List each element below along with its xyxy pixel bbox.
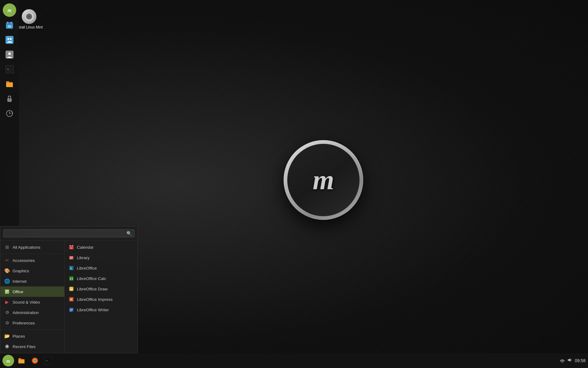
menu-item-libreoffice-draw[interactable]: LibreOffice Draw (65, 284, 138, 294)
svg-rect-25 (6, 290, 9, 291)
menu-item-graphics[interactable]: 🎨 Graphics (0, 266, 64, 276)
menu-item-calendar[interactable]: 31 Calendar (65, 242, 138, 252)
svg-rect-40 (70, 258, 73, 258)
menu-item-places[interactable]: 📂 Places (0, 331, 64, 341)
recent-files-icon (4, 343, 10, 350)
svg-rect-39 (70, 257, 73, 257)
search-icon: 🔍 (126, 231, 132, 236)
install-linux-mint-label: Install Linux Mint (15, 25, 43, 29)
menu-apps: 31 Calendar Library (65, 241, 138, 353)
menu-item-libreoffice-impress[interactable]: LibreOffice Impress (65, 294, 138, 305)
svg-rect-7 (6, 22, 13, 25)
accessories-icon: ✂ (4, 257, 10, 263)
menu-item-preferences[interactable]: ⚙ Preferences (0, 318, 64, 328)
menu-separator-2 (0, 329, 64, 330)
places-icon: 📂 (4, 333, 10, 339)
taskbar-bottom-right: 09:58 (560, 357, 586, 364)
svg-rect-45 (70, 278, 71, 279)
dvd-icon (22, 9, 36, 24)
svg-rect-11 (6, 36, 13, 44)
install-linux-mint-icon[interactable]: Install Linux Mint (17, 9, 41, 29)
svg-rect-41 (70, 259, 72, 259)
graphics-icon: 🎨 (4, 268, 10, 274)
search-bar: 🔍 (0, 226, 138, 241)
svg-point-63 (34, 360, 36, 362)
internet-icon: 🌐 (4, 278, 10, 284)
menu-item-internet[interactable]: 🌐 Internet (0, 276, 64, 286)
taskbar-lock[interactable] (3, 92, 16, 105)
files-taskbar-btn[interactable] (15, 355, 28, 366)
network-tray-icon[interactable] (560, 357, 565, 364)
desktop: Install Linux Mint m m 31 (0, 0, 588, 368)
search-wrapper[interactable]: 🔍 (3, 229, 134, 237)
svg-text:m: m (8, 8, 11, 13)
svg-rect-57 (70, 311, 72, 311)
start-button[interactable]: m (2, 355, 14, 366)
terminal-taskbar-btn[interactable]: >_ (42, 355, 55, 366)
svg-rect-8 (7, 22, 8, 23)
svg-text:>_: >_ (46, 359, 49, 362)
menu-item-sound-video[interactable]: ▶ Sound & Video (0, 297, 64, 307)
svg-text:31: 31 (8, 25, 11, 28)
system-tray (560, 357, 572, 364)
svg-point-13 (10, 38, 12, 40)
svg-point-15 (8, 52, 11, 55)
menu-item-libreoffice[interactable]: L LibreOffice (65, 263, 138, 273)
menu-categories: ⊞ All Applications ✂ Accessories 🎨 Graph… (0, 241, 65, 353)
draw-icon (68, 286, 74, 292)
svg-rect-9 (11, 22, 12, 23)
svg-rect-48 (72, 279, 73, 280)
administration-icon: ⚙ (4, 309, 10, 316)
calc-icon (68, 275, 74, 282)
svg-point-12 (7, 38, 9, 40)
menu-item-administration[interactable]: ⚙ Administration (0, 307, 64, 318)
svg-rect-56 (70, 310, 73, 310)
all-apps-icon: ⊞ (4, 244, 10, 250)
svg-rect-46 (72, 278, 73, 279)
taskbar-mint-menu[interactable]: m (3, 3, 16, 17)
impress-icon (68, 296, 74, 302)
taskbar-update[interactable] (3, 107, 16, 120)
svg-rect-27 (6, 293, 7, 293)
taskbar-contacts[interactable] (3, 48, 16, 61)
taskbar-team[interactable] (3, 33, 16, 46)
app-menu: 🔍 ⊞ All Applications ✂ Accessories 🎨 Gra… (0, 226, 138, 353)
svg-point-66 (562, 362, 563, 363)
firefox-taskbar-btn[interactable] (29, 355, 41, 366)
svg-rect-34 (69, 246, 74, 247)
library-app-icon (68, 255, 74, 261)
menu-item-all-applications[interactable]: ⊞ All Applications (0, 242, 64, 252)
svg-rect-60 (18, 360, 24, 363)
svg-rect-35 (70, 245, 70, 246)
taskbar-files[interactable] (3, 78, 16, 90)
office-icon (4, 289, 10, 295)
menu-item-library[interactable]: Library (65, 252, 138, 263)
svg-point-3 (29, 16, 30, 17)
search-input[interactable] (6, 231, 126, 236)
menu-body: ⊞ All Applications ✂ Accessories 🎨 Graph… (0, 241, 138, 353)
clock-display: 09:58 (575, 358, 586, 363)
svg-rect-55 (70, 309, 73, 309)
taskbar-bottom-left: m >_ (2, 355, 55, 366)
svg-rect-36 (72, 245, 73, 246)
taskbar-calendar[interactable]: 31 (3, 19, 16, 32)
calendar-app-icon: 31 (68, 244, 74, 250)
libreoffice-icon: L (68, 265, 74, 271)
taskbar-bottom: m >_ (0, 353, 588, 368)
svg-rect-26 (6, 291, 9, 292)
svg-text:31: 31 (70, 247, 72, 249)
menu-item-libreoffice-writer[interactable]: LibreOffice Writer (65, 305, 138, 315)
menu-item-recent-files[interactable]: Recent Files (0, 341, 64, 352)
svg-point-20 (9, 99, 10, 101)
svg-text:L: L (70, 266, 72, 270)
taskbar-terminal[interactable]: >_ (3, 63, 16, 76)
writer-icon (68, 307, 74, 313)
sound-video-icon: ▶ (4, 299, 10, 305)
svg-rect-47 (70, 279, 71, 280)
volume-tray-icon[interactable] (567, 357, 572, 364)
preferences-icon: ⚙ (4, 320, 10, 326)
menu-item-libreoffice-calc[interactable]: LibreOffice Calc (65, 273, 138, 284)
menu-item-office[interactable]: Office (0, 286, 64, 297)
mint-logo: m (284, 140, 363, 220)
menu-item-accessories[interactable]: ✂ Accessories (0, 255, 64, 266)
